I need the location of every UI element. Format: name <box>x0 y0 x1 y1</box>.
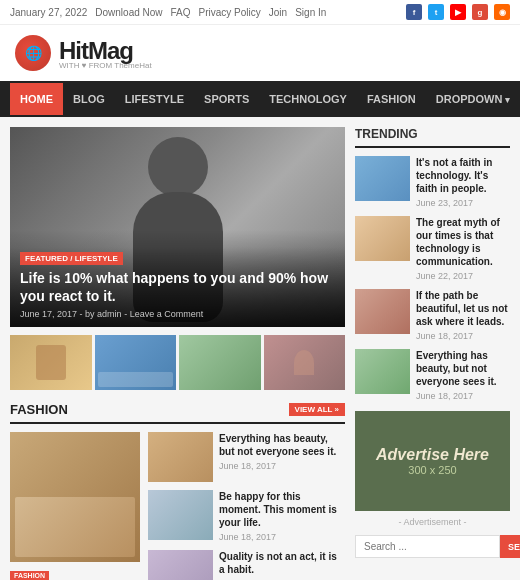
social-links: f t ▶ g ◉ <box>406 4 510 20</box>
hero-comment[interactable]: Leave a Comment <box>130 309 204 319</box>
fashion-grid: FASHION If the path be beautiful, let us… <box>10 432 345 580</box>
hero-title[interactable]: Life is 10% what happens to you and 90% … <box>20 269 335 305</box>
nav-dropdown[interactable]: DROPDOWN <box>426 83 520 115</box>
nav-blog[interactable]: BLOG <box>63 83 115 115</box>
thumb-4[interactable] <box>264 335 346 390</box>
fashion-item-1-date: June 18, 2017 <box>219 461 345 471</box>
date: January 27, 2022 <box>10 7 87 18</box>
trending-item-4: Everything has beauty, but not everyone … <box>355 349 510 401</box>
thumb-1[interactable] <box>10 335 92 390</box>
header: 🌐 HitMag WITH ♥ FROM ThemeHat <box>0 25 520 81</box>
trending-img-2[interactable] <box>355 216 410 261</box>
trending-img-4[interactable] <box>355 349 410 394</box>
nav-download[interactable]: Download Now <box>95 7 162 18</box>
fashion-main-image[interactable] <box>10 432 140 562</box>
nav-technology[interactable]: TECHNOLOGY <box>259 83 357 115</box>
fashion-item-1-content: Everything has beauty, but not everyone … <box>219 432 345 471</box>
googleplus-icon[interactable]: g <box>472 4 488 20</box>
hero-meta: June 17, 2017 - by admin - Leave a Comme… <box>20 309 335 319</box>
nav-signin[interactable]: Sign In <box>295 7 326 18</box>
trending-date-1: June 23, 2017 <box>416 198 510 208</box>
youtube-icon[interactable]: ▶ <box>450 4 466 20</box>
search-input[interactable] <box>355 535 500 558</box>
trending-content-4: Everything has beauty, but not everyone … <box>416 349 510 401</box>
fashion-item-1: Everything has beauty, but not everyone … <box>148 432 345 482</box>
trending-title: TRENDING <box>355 127 510 148</box>
ad-label: - Advertisement - <box>355 517 510 527</box>
top-bar-left: January 27, 2022 Download Now FAQ Privac… <box>10 7 326 18</box>
fashion-item-2-date: June 18, 2017 <box>219 532 345 542</box>
hero-author[interactable]: admin <box>97 309 122 319</box>
trending-item-3: If the path be beautiful, let us not ask… <box>355 289 510 341</box>
thumb-3[interactable] <box>179 335 261 390</box>
nav-privacy[interactable]: Privacy Policy <box>199 7 261 18</box>
fashion-item-2-title[interactable]: Be happy for this moment. This moment is… <box>219 490 345 529</box>
trending-date-2: June 22, 2017 <box>416 271 510 281</box>
trending-img-1[interactable] <box>355 156 410 201</box>
fashion-item-3-content: Quality is not an act, it is a habit. Ju… <box>219 550 345 580</box>
ad-size: 300 x 250 <box>408 464 456 476</box>
fashion-item-3-title[interactable]: Quality is not an act, it is a habit. <box>219 550 345 576</box>
advertisement-box[interactable]: Advertise Here 300 x 250 <box>355 411 510 511</box>
nav-join[interactable]: Join <box>269 7 287 18</box>
trending-item-1: It's not a faith in technology. It's fai… <box>355 156 510 208</box>
nav-faq[interactable]: FAQ <box>171 7 191 18</box>
sidebar: TRENDING It's not a faith in technology.… <box>355 127 510 580</box>
trending-img-3[interactable] <box>355 289 410 334</box>
nav-lifestyle[interactable]: LIFESTYLE <box>115 83 194 115</box>
fashion-main-tag: FASHION <box>10 571 49 580</box>
nav-sports[interactable]: SPORTS <box>194 83 259 115</box>
fashion-header: FASHION VIEW ALL » <box>10 402 345 424</box>
view-all-button[interactable]: VIEW ALL » <box>289 403 345 416</box>
fashion-title: FASHION <box>10 402 68 417</box>
top-bar: January 27, 2022 Download Now FAQ Privac… <box>0 0 520 25</box>
logo-globe: 🌐 <box>15 35 51 71</box>
ad-title: Advertise Here <box>376 446 489 464</box>
trending-date-3: June 18, 2017 <box>416 331 510 341</box>
trending-title-2[interactable]: The great myth of our times is that tech… <box>416 216 510 268</box>
thumbnail-strip <box>10 335 345 390</box>
hero-tag: FEATURED / LIFESTYLE <box>20 252 123 265</box>
main-content: FEATURED / LIFESTYLE Life is 10% what ha… <box>0 117 520 580</box>
nav-home[interactable]: HOME <box>10 83 63 115</box>
trending-content-3: If the path be beautiful, let us not ask… <box>416 289 510 341</box>
fashion-item-2-image[interactable] <box>148 490 213 540</box>
search-box: SEARCH <box>355 535 510 558</box>
logo-tagline: WITH ♥ FROM ThemeHat <box>59 61 152 70</box>
rss-icon[interactable]: ◉ <box>494 4 510 20</box>
twitter-icon[interactable]: t <box>428 4 444 20</box>
fashion-main-article: FASHION If the path be beautiful, let us… <box>10 432 140 580</box>
fashion-item-2-content: Be happy for this moment. This moment is… <box>219 490 345 542</box>
fashion-list: Everything has beauty, but not everyone … <box>148 432 345 580</box>
trending-content-2: The great myth of our times is that tech… <box>416 216 510 281</box>
search-button[interactable]: SEARCH <box>500 535 520 558</box>
content-area: FEATURED / LIFESTYLE Life is 10% what ha… <box>10 127 345 580</box>
hero-section: FEATURED / LIFESTYLE Life is 10% what ha… <box>10 127 345 327</box>
trending-date-4: June 18, 2017 <box>416 391 510 401</box>
fashion-section: FASHION VIEW ALL » FASHION If the path b… <box>10 402 345 580</box>
fashion-item-1-title[interactable]: Everything has beauty, but not everyone … <box>219 432 345 458</box>
hero-overlay: FEATURED / LIFESTYLE Life is 10% what ha… <box>10 230 345 327</box>
fashion-item-3: Quality is not an act, it is a habit. Ju… <box>148 550 345 580</box>
hero-date: June 17, 2017 <box>20 309 77 319</box>
trending-title-3[interactable]: If the path be beautiful, let us not ask… <box>416 289 510 328</box>
trending-title-1[interactable]: It's not a faith in technology. It's fai… <box>416 156 510 195</box>
facebook-icon[interactable]: f <box>406 4 422 20</box>
fashion-item-2: Be happy for this moment. This moment is… <box>148 490 345 542</box>
trending-item-2: The great myth of our times is that tech… <box>355 216 510 281</box>
fashion-item-1-image[interactable] <box>148 432 213 482</box>
main-nav: HOME BLOG LIFESTYLE SPORTS TECHNOLOGY FA… <box>0 81 520 117</box>
fashion-item-3-image[interactable] <box>148 550 213 580</box>
trending-title-4[interactable]: Everything has beauty, but not everyone … <box>416 349 510 388</box>
nav-fashion[interactable]: FASHION <box>357 83 426 115</box>
thumb-2[interactable] <box>95 335 177 390</box>
logo-text-group: HitMag WITH ♥ FROM ThemeHat <box>59 37 152 70</box>
trending-content-1: It's not a faith in technology. It's fai… <box>416 156 510 208</box>
